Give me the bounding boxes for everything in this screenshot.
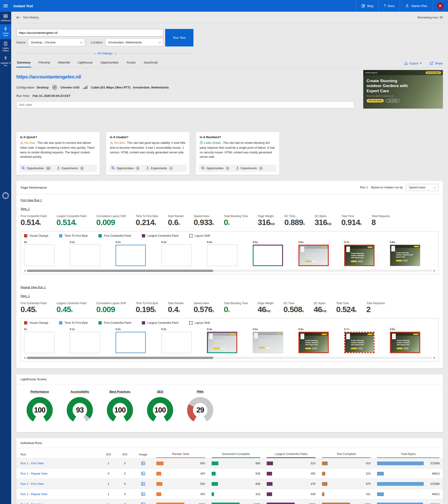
sidebar-item-upgrade-to-pro[interactable]: Upgrade To Pro bbox=[0, 54, 11, 69]
location-select[interactable]: Amsterdam, Netherlands bbox=[105, 38, 163, 46]
add-label-input[interactable] bbox=[16, 101, 354, 108]
scroll-right-icon[interactable] bbox=[434, 270, 435, 272]
share-button[interactable]: Share bbox=[430, 62, 443, 65]
device-select[interactable]: Desktop - Chrome bbox=[28, 38, 85, 46]
image-icon[interactable] bbox=[133, 462, 153, 465]
legend-swatch-icon bbox=[99, 321, 102, 324]
metric-label: Time To First Byte bbox=[136, 215, 158, 218]
legend-layout-shift: Layout Shift bbox=[189, 234, 210, 237]
scrollbar-track[interactable] bbox=[27, 270, 432, 272]
filmstrip-frame[interactable]: 0.4s bbox=[207, 241, 237, 266]
gauge-label[interactable]: Performance bbox=[30, 390, 49, 393]
tab-waterfall[interactable]: Waterfall bbox=[57, 59, 70, 68]
filmstrip-scrollbar[interactable] bbox=[24, 357, 435, 359]
scrollbar-track[interactable] bbox=[27, 357, 432, 359]
scrollbar-thumb[interactable] bbox=[27, 357, 213, 359]
image-icon[interactable] bbox=[133, 472, 153, 475]
filmstrip-scrollbar[interactable] bbox=[24, 270, 435, 272]
image-icon[interactable] bbox=[133, 482, 153, 486]
account-menu[interactable]: R bbox=[432, 0, 448, 12]
export-button[interactable]: Export bbox=[404, 62, 422, 65]
scroll-left-icon[interactable] bbox=[24, 357, 25, 359]
sidebar-item-dashboard[interactable]: Dashboard bbox=[0, 12, 11, 24]
opportunities-chip[interactable]: Opportunities13 bbox=[21, 166, 51, 170]
filmstrip-frame[interactable]: 0s bbox=[24, 241, 54, 266]
filmstrip-frame[interactable]: 0.5s bbox=[253, 241, 283, 266]
run-link[interactable]: Run 2 - Repeat View bbox=[16, 493, 100, 496]
sidebar-item-legacy-history[interactable]: Legacy History bbox=[0, 39, 11, 54]
scrollbar-thumb[interactable] bbox=[27, 270, 213, 272]
run-test-button[interactable]: Run Test bbox=[165, 29, 193, 46]
site-screenshot-thumbnail[interactable]: Earthly Elegance Get a Free Quote Create… bbox=[363, 70, 443, 108]
run-link[interactable]: Run 2 - First View bbox=[16, 482, 100, 486]
tab-opportunities[interactable]: Opportunities bbox=[100, 59, 119, 68]
opportunities-chip[interactable]: Opportunities5 bbox=[111, 166, 140, 170]
sidebar-item-instant-tests[interactable]: Instant Tests bbox=[0, 24, 11, 39]
run-link[interactable]: Run 3 - First View bbox=[16, 503, 100, 504]
metric-value: 0.45s bbox=[20, 305, 47, 314]
plan-link[interactable]: Starter Plan bbox=[400, 0, 432, 12]
legend-swatch-icon bbox=[99, 234, 102, 237]
avatar[interactable]: R bbox=[437, 2, 444, 9]
tab-assets[interactable]: Assets bbox=[126, 59, 136, 68]
run-link[interactable]: Run 1 - First View bbox=[16, 462, 100, 465]
docs-link[interactable]: ? Docs bbox=[379, 0, 400, 12]
filmstrip-frame[interactable]: 0.1s bbox=[70, 241, 100, 266]
run-label: Run 1 bbox=[360, 186, 368, 189]
cell-render_start: 2300 bbox=[153, 503, 208, 504]
filmstrip-frame[interactable]: 0.6sCreate Stunning outdoor Gardens with… bbox=[298, 328, 329, 353]
filmstrip-frame[interactable]: 0.1s bbox=[70, 328, 100, 353]
filmstrip-frame[interactable]: 0.7sCreate Stunning outdoor Gardens with… bbox=[344, 241, 375, 266]
top-header: Instant Test Blog ? Docs Starter Plan R bbox=[0, 0, 448, 12]
image-icon[interactable] bbox=[133, 503, 153, 504]
median-metric-select[interactable]: Speed Index bbox=[406, 184, 439, 191]
blog-link[interactable]: Blog bbox=[356, 0, 379, 12]
frame-logo-block bbox=[346, 334, 350, 339]
filmstrip-frame[interactable]: 0s bbox=[24, 328, 54, 353]
experiments-label: Experiments bbox=[62, 167, 78, 170]
value-40x: 0 bbox=[117, 472, 133, 475]
experiments-chip[interactable]: Experiments0 bbox=[236, 166, 263, 170]
gauge-label[interactable]: Accessibility bbox=[70, 390, 89, 393]
scroll-right-icon[interactable] bbox=[434, 357, 435, 359]
step-label[interactable]: Step_1 bbox=[20, 207, 30, 211]
run-link[interactable]: Run 1 - Repeat View bbox=[16, 472, 100, 475]
filmstrip-frame[interactable]: 0.6sCreate Stunning outdoor Gardens with… bbox=[298, 241, 329, 266]
site-frame-preview: Create Stunning outdoor Gardens with Exp… bbox=[299, 246, 328, 265]
back-to-test-history[interactable]: Test History bbox=[16, 16, 39, 19]
metric-label: Cumulative Layout Shift bbox=[96, 302, 126, 305]
view-link[interactable]: Repeat View Run 1 bbox=[20, 286, 46, 289]
filmstrip-frame[interactable]: 0.2s bbox=[116, 241, 146, 266]
filmstrip-frame[interactable]: 0.3s bbox=[161, 328, 191, 353]
step-label[interactable]: Step_1 bbox=[20, 294, 30, 298]
experiments-chip[interactable]: Experiments0 bbox=[57, 166, 84, 170]
hamburger-menu-icon[interactable] bbox=[0, 0, 11, 12]
document_complete-bar bbox=[212, 472, 216, 475]
gauge-label[interactable]: PWA bbox=[197, 390, 204, 393]
legend-largest-contentful-paint: Largest Contentful Paint bbox=[142, 321, 178, 324]
tab-filmstrip[interactable]: Filmstrip bbox=[38, 59, 51, 68]
card-title: Is It Usable? bbox=[110, 135, 186, 139]
filmstrip-frame[interactable]: 0.3s bbox=[161, 241, 191, 266]
cell-document_complete: 846 bbox=[208, 482, 264, 486]
all-settings-toggle[interactable]: All Settings bbox=[91, 52, 119, 55]
tab-lighthouse[interactable]: Lighthouse bbox=[77, 59, 93, 68]
filmstrip-frame[interactable]: 0.4sCreate Stunning outdoor Gardens with… bbox=[207, 328, 237, 353]
view-link[interactable]: First View Run 1 bbox=[20, 199, 42, 202]
opportunities-chip[interactable]: Opportunities3 bbox=[201, 166, 230, 170]
frame-thumbnail bbox=[24, 332, 54, 353]
filmstrip-frame[interactable]: 0.5sCreate Stunning outdoor Gardens with… bbox=[253, 328, 283, 353]
filmstrip-frame[interactable]: 0.8sCreate Stunning outdoor Gardens with… bbox=[390, 241, 420, 266]
scroll-left-icon[interactable] bbox=[24, 270, 25, 272]
gauge-label[interactable]: SEO bbox=[157, 390, 163, 393]
filmstrip-frame[interactable]: 0.8sCreate Stunning outdoor Gardens with… bbox=[390, 328, 420, 353]
experiments-chip[interactable]: Experiments1 bbox=[146, 166, 173, 170]
image-icon[interactable] bbox=[133, 492, 153, 496]
tab-javascript[interactable]: JavaScript bbox=[143, 59, 158, 68]
gauge-label[interactable]: Best Practices bbox=[109, 390, 130, 393]
value-30x: 1 bbox=[100, 503, 117, 504]
filmstrip-frame[interactable]: 0.2s bbox=[116, 328, 146, 353]
tab-summary[interactable]: Summary bbox=[16, 59, 31, 68]
url-input[interactable] bbox=[16, 29, 163, 36]
filmstrip-frame[interactable]: 0.7sCreate Stunning outdoor Gardens with… bbox=[344, 328, 375, 353]
